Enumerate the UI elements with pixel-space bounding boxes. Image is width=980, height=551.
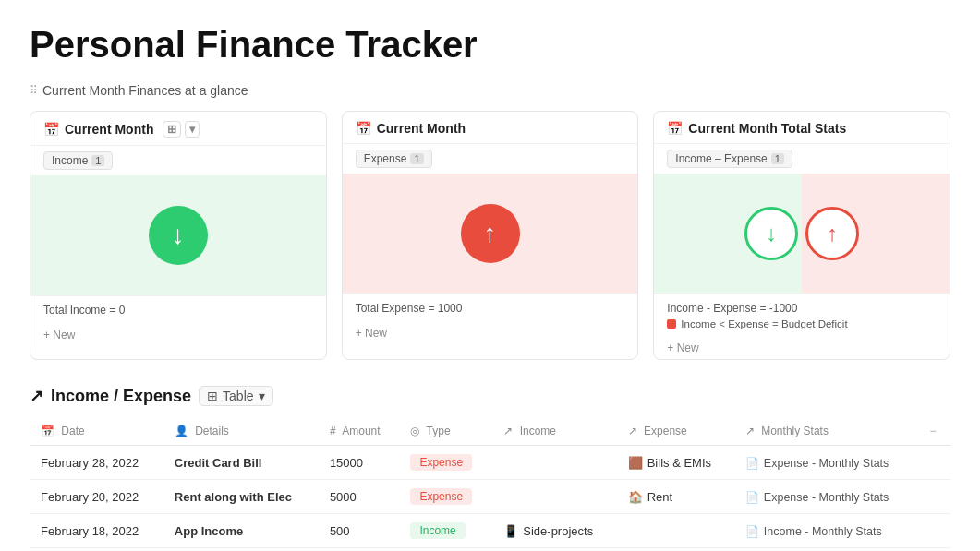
arrow-stats-col-icon: ↗ — [745, 425, 755, 437]
type-badge-income: Income — [410, 522, 465, 539]
expense-card-visual: ↑ — [343, 174, 638, 293]
calendar-icon: 📅 — [43, 122, 59, 137]
hide-col-button[interactable]: − — [929, 425, 936, 437]
col-expense: ↗ Expense — [617, 417, 734, 446]
finances-section-label: Current Month Finances at a glance — [42, 83, 248, 98]
expense-arrow-icon: ↑ — [461, 204, 520, 263]
finances-section-header: ⠿ Current Month Finances at a glance — [30, 83, 950, 98]
row3-date: February 18, 2022 — [30, 514, 163, 548]
stats-filter-label: Income – Expense — [675, 152, 767, 165]
expense-card-title: Current Month — [377, 121, 466, 136]
income-filter-badge[interactable]: Income 1 — [43, 151, 113, 170]
row3-amount: 500 — [319, 514, 400, 548]
row2-expense-cat: 🏠 Rent — [617, 480, 734, 514]
stats-card-title: Current Month Total Stats — [688, 121, 846, 136]
stats-icons-pair: ↓ ↑ — [744, 207, 859, 260]
expense-filter-badge[interactable]: Expense 1 — [356, 150, 432, 168]
income-card-header: 📅 Current Month ⊞ ▾ — [30, 112, 326, 146]
income-filter-label: Income — [52, 154, 88, 167]
row3-income-cat: 📱 Side-projects — [492, 514, 616, 548]
page-title: Personal Finance Tracker — [30, 22, 950, 66]
row1-amount: 15000 — [319, 446, 400, 480]
col-date: 📅 Date — [30, 417, 163, 446]
deficit-text: Income < Expense = Budget Deficit — [681, 318, 847, 329]
doc-icon: 📄 — [745, 457, 759, 470]
stats-filter-count: 1 — [771, 153, 784, 164]
stats-filter-badge[interactable]: Income – Expense 1 — [667, 150, 792, 168]
income-category: 📱 Side-projects — [503, 524, 593, 538]
red-square-icon — [667, 319, 676, 329]
expense-total-label: Total Expense = 1000 — [356, 302, 463, 315]
row1-date: February 28, 2022 — [30, 446, 163, 480]
col-hide: − — [918, 417, 950, 446]
stats-net-label: Income - Expense = -1000 — [667, 302, 937, 315]
table-view-icon: ⊞ — [207, 389, 218, 403]
income-card-footer: Total Income = 0 — [30, 295, 326, 324]
col-monthly-stats: ↗ Monthly Stats — [734, 417, 919, 446]
calendar-icon: 📅 — [356, 121, 371, 136]
table-chevron-icon: ▾ — [259, 389, 265, 403]
row2-amount: 5000 — [319, 480, 400, 514]
income-arrow-icon: ↓ — [149, 206, 208, 265]
stats-card-footer: Income - Expense = -1000 Income < Expens… — [654, 293, 950, 337]
monthly-stats-link[interactable]: 📄 Income - Monthly Stats — [745, 525, 882, 538]
mobile-icon: 📱 — [503, 524, 518, 538]
expense-new-button[interactable]: + New — [343, 322, 400, 344]
expense-filter-count: 1 — [410, 153, 423, 164]
expense-card-footer: Total Expense = 1000 — [343, 293, 638, 322]
income-total-label: Total Income = 0 — [43, 304, 125, 317]
expense-filter-row: Expense 1 — [343, 144, 638, 174]
stats-card: 📅 Current Month Total Stats Income – Exp… — [653, 111, 950, 360]
income-new-button[interactable]: + New — [30, 324, 88, 346]
row3-monthly-stats: 📄 Income - Monthly Stats — [734, 514, 919, 548]
row1-monthly-stats: 📄 Expense - Monthly Stats — [734, 446, 919, 480]
row2-income-cat — [492, 480, 616, 514]
grid-icon: ⊞ — [163, 121, 181, 138]
stats-income-icon: ↓ — [744, 207, 798, 260]
stats-expense-icon: ↑ — [805, 207, 859, 260]
table-section-header: ↗ Income / Expense ⊞ Table ▾ — [30, 386, 950, 406]
monthly-stats-link[interactable]: 📄 Expense - Monthly Stats — [745, 491, 889, 504]
stats-filter-row: Income – Expense 1 — [654, 144, 950, 174]
expense-card: 📅 Current Month Expense 1 ↑ Total Expens… — [342, 111, 639, 360]
chevron-down-icon: ▾ — [185, 121, 200, 138]
col-amount: # Amount — [319, 417, 400, 446]
row3-type: Income — [399, 514, 492, 548]
income-filter-count: 1 — [91, 155, 104, 166]
row1-expense-cat: 🟫 Bills & EMIs — [617, 446, 734, 480]
table-view-button[interactable]: ⊞ Table ▾ — [199, 386, 272, 406]
table-row: February 20, 2022 Rent along with Elec 5… — [30, 480, 950, 514]
income-expense-table: 📅 Date 👤 Details # Amount ◎ Type ↗ Incom… — [30, 417, 950, 548]
hash-col-icon: # — [330, 425, 336, 437]
row3-expense-cat — [617, 514, 734, 548]
monthly-stats-link[interactable]: 📄 Expense - Monthly Stats — [745, 457, 889, 470]
expense-category: 🟫 Bills & EMIs — [628, 456, 711, 470]
expense-filter-label: Expense — [364, 152, 407, 165]
income-card-controls[interactable]: ⊞ ▾ — [163, 121, 200, 138]
arrow-expense-col-icon: ↗ — [628, 425, 637, 437]
income-filter-row: Income 1 — [30, 146, 326, 175]
table-view-label: Table — [223, 389, 253, 403]
table-section-title: Income / Expense — [51, 387, 191, 406]
type-badge-expense: Expense — [410, 454, 472, 471]
doc-icon: 📄 — [745, 491, 759, 504]
bills-icon: 🟫 — [628, 456, 643, 470]
col-type: ◎ Type — [399, 417, 492, 446]
cards-row: 📅 Current Month ⊞ ▾ Income 1 ↓ Total Inc… — [30, 111, 950, 360]
row3-details: App Income — [163, 514, 319, 548]
type-badge-expense: Expense — [410, 488, 472, 505]
col-income: ↗ Income — [492, 417, 616, 446]
arrow-income-col-icon: ↗ — [503, 425, 513, 437]
stats-card-header: 📅 Current Month Total Stats — [654, 112, 950, 144]
calendar-col-icon: 📅 — [41, 425, 54, 437]
circle-col-icon: ◎ — [410, 425, 419, 437]
table-row: February 28, 2022 Credit Card Bill 15000… — [30, 446, 950, 480]
income-card-title: Current Month — [65, 122, 153, 137]
drag-handle: ⠿ — [30, 84, 37, 97]
row2-details: Rent along with Elec — [163, 480, 319, 514]
deficit-line: Income < Expense = Budget Deficit — [667, 318, 937, 329]
stats-new-button[interactable]: + New — [654, 337, 711, 359]
expense-category: 🏠 Rent — [628, 490, 672, 504]
stats-card-visual: ↓ ↑ — [654, 174, 950, 293]
doc-icon: 📄 — [745, 525, 759, 538]
